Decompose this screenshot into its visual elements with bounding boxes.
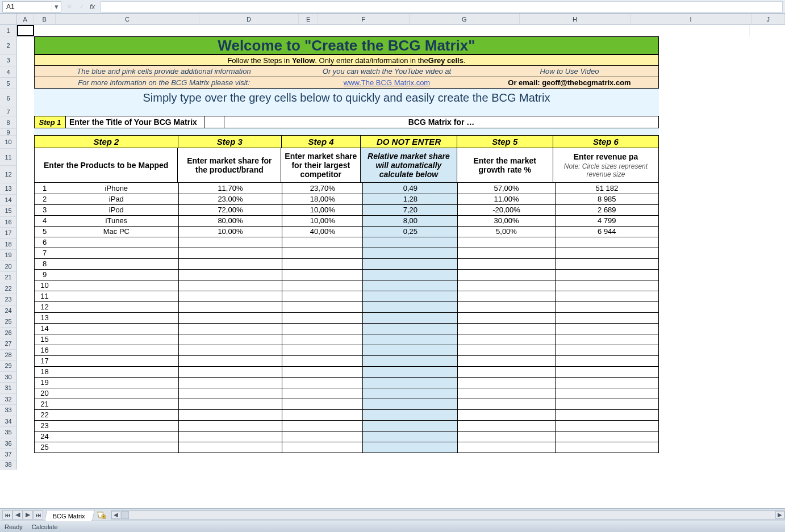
cell[interactable] xyxy=(555,377,658,388)
cell[interactable]: iPad xyxy=(55,194,178,204)
cell[interactable] xyxy=(363,355,458,366)
cell[interactable] xyxy=(282,323,363,334)
tab-nav-first-icon[interactable]: ⏮ xyxy=(2,510,12,520)
row-header-33[interactable]: 33 xyxy=(0,405,17,416)
cell[interactable] xyxy=(282,258,363,269)
cell[interactable] xyxy=(363,431,458,442)
cell[interactable] xyxy=(458,301,555,312)
cell[interactable] xyxy=(178,248,282,258)
row-header-35[interactable]: 35 xyxy=(0,427,17,438)
cell[interactable] xyxy=(555,291,658,301)
cell-A1[interactable] xyxy=(17,25,34,36)
table-row[interactable]: 23 xyxy=(35,420,659,431)
cell[interactable] xyxy=(458,269,555,280)
table-row[interactable]: 4iTunes80,00%10,00%8,0030,00%4 799 xyxy=(35,215,659,226)
cell[interactable] xyxy=(555,237,658,248)
table-row[interactable]: 14 xyxy=(35,323,659,334)
row-header-14[interactable]: 14 xyxy=(0,195,17,206)
cell[interactable] xyxy=(458,388,555,399)
cell[interactable] xyxy=(55,312,178,323)
cell[interactable] xyxy=(178,420,282,431)
row-header-31[interactable]: 31 xyxy=(0,383,17,394)
row-header-4[interactable]: 4 xyxy=(0,66,17,78)
cell[interactable]: 21 xyxy=(35,399,55,409)
col-header-B[interactable]: B xyxy=(34,14,56,25)
row-header-36[interactable]: 36 xyxy=(0,438,17,450)
cell[interactable] xyxy=(363,377,458,388)
product-data-table[interactable]: 1iPhone11,70%23,70%0,4957,00%51 1822iPad… xyxy=(34,183,659,453)
row-header-26[interactable]: 26 xyxy=(0,328,17,339)
cell[interactable] xyxy=(55,301,178,312)
col-header-I[interactable]: I xyxy=(630,14,752,25)
cell[interactable] xyxy=(363,258,458,269)
cell[interactable]: 1,28 xyxy=(363,194,458,204)
cell[interactable] xyxy=(363,248,458,258)
table-row[interactable]: 2iPad23,00%18,00%1,2811,00%8 985 xyxy=(35,194,659,204)
cell[interactable]: iPhone xyxy=(55,183,178,194)
cell[interactable]: 10,00% xyxy=(178,226,282,237)
table-row[interactable]: 1iPhone11,70%23,70%0,4957,00%51 182 xyxy=(35,183,659,194)
cell[interactable]: 1 xyxy=(35,183,55,194)
cell[interactable] xyxy=(55,323,178,334)
row-header-37[interactable]: 37 xyxy=(0,449,17,460)
cell[interactable]: 16 xyxy=(35,345,55,355)
cell[interactable] xyxy=(55,269,178,280)
cell[interactable] xyxy=(555,312,658,323)
cell[interactable] xyxy=(55,291,178,301)
cell[interactable]: 8,00 xyxy=(363,215,458,226)
cell[interactable]: 57,00% xyxy=(458,183,555,194)
row-header-30[interactable]: 30 xyxy=(0,372,17,383)
cell[interactable] xyxy=(555,355,658,366)
row-header-9[interactable]: 9 xyxy=(0,129,17,136)
row-header-16[interactable]: 16 xyxy=(0,217,17,228)
cell[interactable]: 6 944 xyxy=(555,226,658,237)
cell[interactable]: 5,00% xyxy=(458,226,555,237)
name-box-input[interactable] xyxy=(3,3,52,11)
row-header-17[interactable]: 17 xyxy=(0,228,17,239)
cell[interactable]: 8 xyxy=(35,258,55,269)
cell[interactable] xyxy=(282,269,363,280)
cell[interactable] xyxy=(178,323,282,334)
cell[interactable] xyxy=(55,409,178,420)
row-header-2[interactable]: 2 xyxy=(0,36,17,55)
row-header-7[interactable]: 7 xyxy=(0,107,17,116)
fx-label[interactable]: fx xyxy=(90,3,95,11)
cell[interactable] xyxy=(458,442,555,453)
table-row[interactable]: 5Mac PC10,00%40,00%0,255,00%6 944 xyxy=(35,226,659,237)
cell[interactable] xyxy=(458,258,555,269)
table-row[interactable]: 16 xyxy=(35,345,659,355)
cell[interactable] xyxy=(458,366,555,377)
row-header-28[interactable]: 28 xyxy=(0,350,17,361)
cell[interactable] xyxy=(282,366,363,377)
cell[interactable] xyxy=(363,442,458,453)
cell[interactable] xyxy=(178,269,282,280)
cell[interactable] xyxy=(178,442,282,453)
cell[interactable]: 18,00% xyxy=(282,194,363,204)
cell[interactable] xyxy=(555,366,658,377)
cell[interactable] xyxy=(282,301,363,312)
cell[interactable]: 17 xyxy=(35,355,55,366)
table-row[interactable]: 19 xyxy=(35,377,659,388)
cell[interactable]: 40,00% xyxy=(282,226,363,237)
cell[interactable] xyxy=(555,399,658,409)
cell[interactable] xyxy=(178,280,282,291)
cell[interactable] xyxy=(363,237,458,248)
cell[interactable]: iPod xyxy=(55,204,178,215)
cell[interactable] xyxy=(363,280,458,291)
table-row[interactable]: 3iPod72,00%10,00%7,20-20,00%2 689 xyxy=(35,204,659,215)
table-row[interactable]: 7 xyxy=(35,248,659,258)
select-all-corner[interactable] xyxy=(0,14,17,25)
cell[interactable] xyxy=(458,334,555,345)
cell[interactable]: 7,20 xyxy=(363,204,458,215)
cell[interactable]: 0,25 xyxy=(363,226,458,237)
tab-nav-last-icon[interactable]: ⏭ xyxy=(33,510,43,520)
cell[interactable] xyxy=(282,248,363,258)
row-header-20[interactable]: 20 xyxy=(0,261,17,273)
cell[interactable] xyxy=(55,377,178,388)
cell[interactable] xyxy=(458,355,555,366)
cell[interactable] xyxy=(458,420,555,431)
cell[interactable] xyxy=(282,345,363,355)
horizontal-scrollbar[interactable]: ◀ ▶ xyxy=(111,510,785,520)
cell[interactable]: 23,70% xyxy=(282,183,363,194)
row-header-19[interactable]: 19 xyxy=(0,250,17,261)
